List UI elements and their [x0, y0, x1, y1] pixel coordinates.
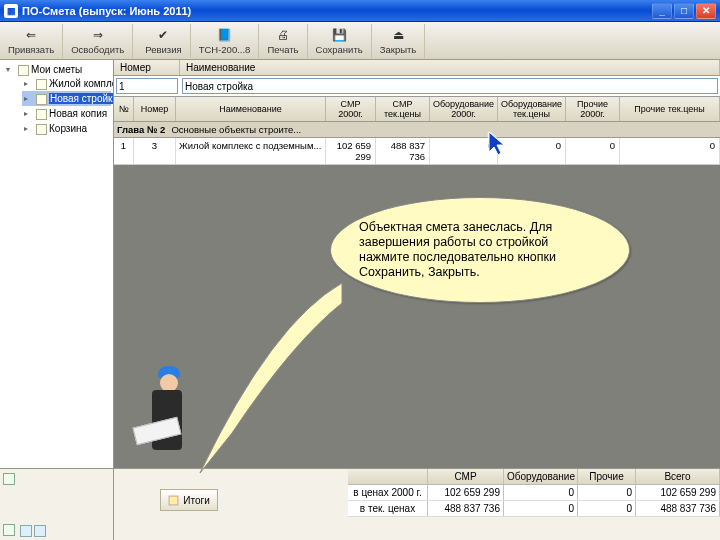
col-num: Номер [134, 97, 176, 121]
close-button[interactable]: ⏏ Закрыть [372, 24, 426, 58]
cell-sm1: 102 659 299 [326, 138, 376, 164]
bottom-panel: Итоги СМР Оборудование Прочие Всего в це… [0, 468, 720, 540]
free-icon: ⇒ [90, 27, 106, 43]
bind-button[interactable]: ⇐ Привязать [0, 24, 63, 58]
nomer-input[interactable] [116, 78, 178, 94]
empty-grid-area: Объектная смета занеслась. Для завершени… [114, 165, 720, 468]
col-sm1: СМР 2000г. [326, 97, 376, 121]
close-label: Закрыть [380, 44, 417, 55]
totals-button[interactable]: Итоги [160, 489, 218, 511]
cell-pr2: 0 [620, 138, 720, 164]
tutorial-callout: Объектная смета занеслась. Для завершени… [330, 197, 630, 303]
group-label: Глава № 2 [114, 122, 168, 137]
summary-header: СМР Оборудование Прочие Всего [348, 469, 720, 485]
totals-label: Итоги [183, 495, 209, 506]
col-ob1: Оборудование 2000г. [430, 97, 498, 121]
sum-r1-c0: 488 837 736 [428, 501, 504, 516]
tree-root[interactable]: Мои сметы Жилой комплекс Новая стройка Н… [4, 62, 113, 137]
main-toolbar: ⇐ Привязать ⇒ Освободить ✔ Ревизия 📘 ТСН… [0, 22, 720, 60]
col-idx: № [114, 97, 134, 121]
save-button[interactable]: 💾 Сохранить [308, 24, 372, 58]
scroll-up-icon[interactable] [3, 473, 15, 485]
scroll-down-icon[interactable] [3, 524, 15, 536]
naim-input[interactable] [182, 78, 718, 94]
cell-naim: Жилой комплекс с подземным... [176, 138, 326, 164]
sum-r0-c3: 102 659 299 [636, 485, 720, 500]
col-ob2: Оборудование тек.цены [498, 97, 566, 121]
summary-table: СМР Оборудование Прочие Всего в ценах 20… [348, 469, 720, 540]
table-row[interactable]: 1 3 Жилой комплекс с подземным... 102 65… [114, 138, 720, 165]
sum-r1-c1: 0 [504, 501, 578, 516]
tree-item-2[interactable]: Новая копия [22, 106, 111, 121]
app-icon: ▦ [4, 4, 18, 18]
grid-header: № Номер Наименование СМР 2000г. СМР тек.… [114, 97, 720, 122]
form-header: Номер Наименование [114, 60, 720, 76]
cell-sm2: 488 837 736 [376, 138, 430, 164]
sum-r0-c1: 0 [504, 485, 578, 500]
tree-item-1[interactable]: Новая стройка [22, 91, 111, 106]
pager-icons [20, 525, 46, 537]
tree-item-3[interactable]: Корзина [22, 121, 111, 136]
revision-button[interactable]: ✔ Ревизия [137, 24, 190, 58]
grid-group-row[interactable]: Глава № 2 Основные объекты строите... [114, 122, 720, 138]
sum-col-2: Прочие [578, 469, 636, 484]
col-naim: Наименование [176, 97, 326, 121]
cell-idx: 1 [114, 138, 134, 164]
save-label: Сохранить [316, 44, 363, 55]
sum-col-0: СМР [428, 469, 504, 484]
tree-item-0[interactable]: Жилой комплекс [22, 76, 111, 91]
sum-r1-c2: 0 [578, 501, 636, 516]
print-icon: 🖨 [275, 27, 291, 43]
page-next-icon[interactable] [34, 525, 46, 537]
revision-label: Ревизия [145, 44, 181, 55]
print-label: Печать [267, 44, 298, 55]
main-panel: Номер Наименование № Номер Наименование … [114, 60, 720, 468]
maximize-button[interactable]: □ [674, 3, 694, 19]
sum-row0-label: в ценах 2000 г. [348, 485, 428, 500]
sum-r1-c3: 488 837 736 [636, 501, 720, 516]
tsn-icon: 📘 [217, 27, 233, 43]
sum-r0-c0: 102 659 299 [428, 485, 504, 500]
tsn-label: ТСН-200...8 [199, 44, 251, 55]
group-text: Основные объекты строите... [168, 122, 304, 137]
summary-row-1: в тек. ценах 488 837 736 0 0 488 837 736 [348, 501, 720, 517]
assistant-character [138, 356, 200, 466]
sum-col-3: Всего [636, 469, 720, 484]
header-nomer: Номер [114, 60, 180, 75]
minimize-button[interactable]: _ [652, 3, 672, 19]
tree-footer [0, 469, 114, 540]
form-row [114, 76, 720, 97]
window-controls: _ □ ✕ [652, 3, 716, 19]
col-pr1: Прочие 2000г. [566, 97, 620, 121]
free-label: Освободить [71, 44, 124, 55]
cursor-icon [487, 130, 509, 164]
project-tree[interactable]: Мои сметы Жилой комплекс Новая стройка Н… [0, 60, 114, 468]
sum-r0-c2: 0 [578, 485, 636, 500]
sum-col-1: Оборудование [504, 469, 578, 484]
totals-icon [168, 495, 179, 506]
free-button[interactable]: ⇒ Освободить [63, 24, 133, 58]
close-icon: ⏏ [390, 27, 406, 43]
summary-row-0: в ценах 2000 г. 102 659 299 0 0 102 659 … [348, 485, 720, 501]
cell-pr1: 0 [566, 138, 620, 164]
sum-row1-label: в тек. ценах [348, 501, 428, 516]
svg-rect-0 [169, 496, 178, 505]
header-naim: Наименование [180, 60, 720, 75]
window-title: ПО-Смета (выпуск: Июнь 2011) [22, 5, 652, 17]
page-prev-icon[interactable] [20, 525, 32, 537]
save-icon: 💾 [331, 27, 347, 43]
revision-icon: ✔ [155, 27, 171, 43]
callout-tail-icon [192, 263, 352, 483]
print-button[interactable]: 🖨 Печать [259, 24, 307, 58]
col-pr2: Прочие тек.цены [620, 97, 720, 121]
window-titlebar: ▦ ПО-Смета (выпуск: Июнь 2011) _ □ ✕ [0, 0, 720, 22]
window-close-button[interactable]: ✕ [696, 3, 716, 19]
bind-icon: ⇐ [23, 27, 39, 43]
tsn-button[interactable]: 📘 ТСН-200...8 [191, 24, 260, 58]
col-sm2: СМР тек.цены [376, 97, 430, 121]
bind-label: Привязать [8, 44, 54, 55]
cell-num: 3 [134, 138, 176, 164]
callout-text: Объектная смета занеслась. Для завершени… [359, 220, 601, 280]
